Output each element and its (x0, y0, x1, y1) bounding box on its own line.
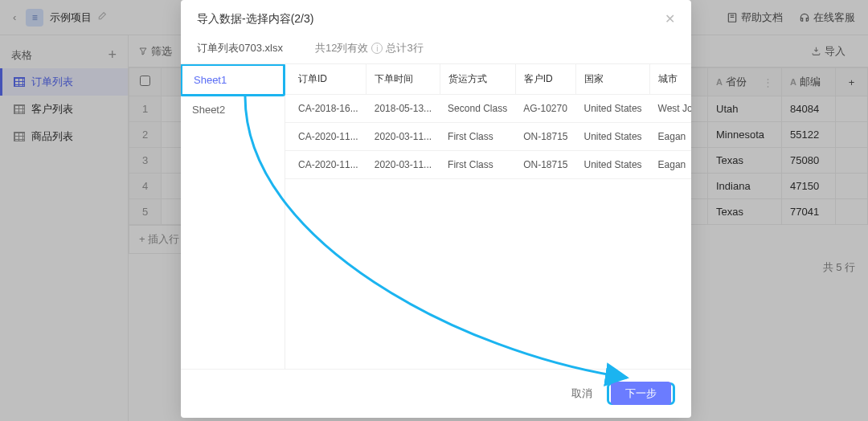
preview-header: 城市 (650, 64, 691, 95)
sheet-tabs: Sheet1 Sheet2 (181, 64, 285, 369)
total-rows-info: 总计3行 (386, 41, 423, 55)
import-modal: 导入数据-选择内容(2/3) ✕ 订单列表0703.xlsx 共12列有效 i … (181, 0, 691, 418)
preview-row: CA-2020-11...2020-03-11...First ClassON-… (285, 151, 691, 179)
close-icon[interactable]: ✕ (665, 11, 675, 27)
next-button[interactable]: 下一步 (611, 382, 671, 405)
preview-header: 国家 (576, 64, 650, 95)
filename: 订单列表0703.xlsx (197, 41, 283, 55)
sheet-tab-1[interactable]: Sheet1 (182, 66, 283, 94)
sheet-tab-2[interactable]: Sheet2 (181, 96, 285, 124)
preview-header: 下单时间 (366, 64, 440, 95)
modal-title: 导入数据-选择内容(2/3) (197, 12, 313, 27)
preview-header: 客户ID (515, 64, 575, 95)
preview-row: CA-2020-11...2020-03-11...First ClassON-… (285, 123, 691, 151)
preview-table: 订单ID 下单时间 货运方式 客户ID 国家 城市 CA-2018-16...2… (285, 64, 691, 179)
cancel-button[interactable]: 取消 (557, 381, 607, 407)
preview-header: 订单ID (285, 64, 366, 95)
valid-columns-info: 共12列有效 (315, 41, 368, 55)
info-icon[interactable]: i (371, 43, 383, 54)
preview-row: CA-2018-16...2018-05-13...Second ClassAG… (285, 95, 691, 123)
preview-header: 货运方式 (440, 64, 515, 95)
